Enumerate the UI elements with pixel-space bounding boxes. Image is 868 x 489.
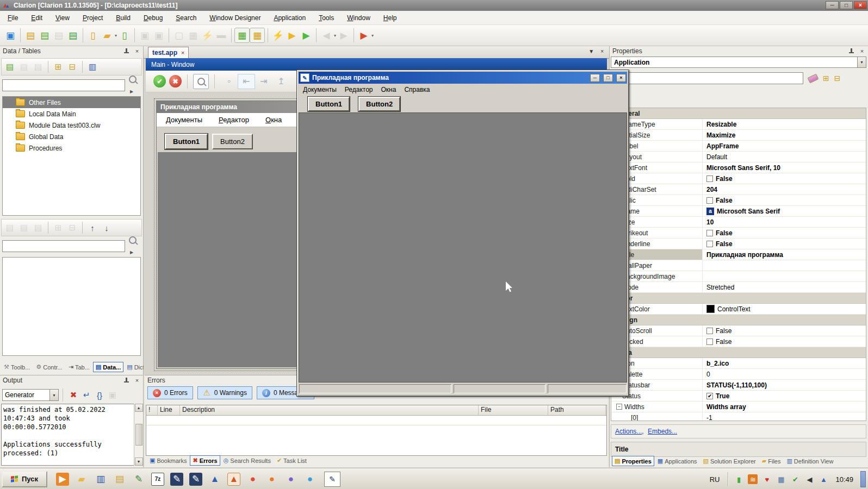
- save-all-icon[interactable]: ▣: [152, 28, 166, 42]
- close-button[interactable]: ×: [616, 74, 626, 82]
- tab-list-arrow-icon[interactable]: ▼: [588, 48, 594, 54]
- start-button[interactable]: Пуск: [2, 471, 47, 487]
- property-value[interactable]: a Resizable: [703, 119, 866, 129]
- property-row[interactable]: − WallPaper a: [611, 260, 866, 271]
- property-value[interactable]: a: [703, 260, 866, 271]
- generate-build-icon[interactable]: ▦: [250, 28, 265, 43]
- java-tray-icon[interactable]: ≋: [748, 474, 758, 484]
- menu-item[interactable]: View: [55, 14, 70, 22]
- menu-item[interactable]: Application: [274, 14, 306, 22]
- generate-all-icon[interactable]: ▦: [234, 28, 250, 43]
- dock-tab[interactable]: ⚙ Contr...: [33, 362, 65, 372]
- property-row[interactable]: − Label a AppFrame: [611, 141, 866, 152]
- clarion-pen-icon[interactable]: ✎: [170, 473, 183, 486]
- close-pane-icon[interactable]: ×: [134, 48, 140, 54]
- property-value[interactable]: a 0: [703, 369, 866, 379]
- edit-item-icon[interactable]: ▤: [17, 60, 30, 73]
- property-value[interactable]: a b_2.ico: [703, 358, 866, 368]
- app-menu-item[interactable]: Редактор: [345, 86, 373, 93]
- property-row[interactable]: − Color a: [611, 293, 866, 304]
- property-value[interactable]: a False: [703, 325, 866, 336]
- property-row[interactable]: − Size a 10: [611, 217, 866, 228]
- checkbox-icon[interactable]: [706, 197, 713, 204]
- dock-tab[interactable]: ▰ Files: [759, 456, 784, 466]
- align-top-icon[interactable]: ↥: [272, 74, 290, 89]
- property-row[interactable]: − General a: [611, 108, 866, 119]
- maximize-button[interactable]: □: [840, 1, 853, 9]
- accept-button[interactable]: ✔: [153, 75, 166, 87]
- design-button[interactable]: Button2: [212, 134, 253, 149]
- property-row[interactable]: − Mode a Stretched: [611, 282, 866, 293]
- collapse-all-icon[interactable]: ⊟: [66, 60, 79, 73]
- output-scrollbar[interactable]: ▲ ▼: [134, 404, 143, 466]
- property-value[interactable]: a -1: [703, 412, 866, 421]
- folder-icon[interactable]: ▰: [75, 473, 88, 486]
- property-value[interactable]: a False: [703, 228, 866, 238]
- stop-generate-icon[interactable]: ▬: [214, 28, 228, 42]
- nav-forward-icon[interactable]: ▶: [337, 28, 351, 42]
- dropdown-arrow-icon[interactable]: ▾: [115, 33, 117, 38]
- word-wrap-icon[interactable]: ↵: [80, 388, 93, 402]
- property-row[interactable]: − Widths a Widths array: [611, 402, 866, 412]
- edit-column-icon[interactable]: ▤: [17, 221, 30, 234]
- property-row[interactable]: − BackgroundImage a: [611, 271, 866, 282]
- tree-item[interactable]: Procedures: [3, 142, 140, 154]
- checkbox-icon[interactable]: [706, 393, 713, 399]
- design-menu-item[interactable]: Окна: [265, 116, 282, 124]
- property-row[interactable]: − Title a Прикладная программа: [611, 249, 866, 260]
- property-row[interactable]: − Layout a Default: [611, 152, 866, 162]
- property-value[interactable]: a Microsoft Sans Serif: [703, 206, 866, 216]
- dock-tab[interactable]: ▦ Applications: [655, 456, 700, 466]
- property-value[interactable]: a Default: [703, 152, 866, 162]
- move-down-icon[interactable]: ↓: [100, 221, 113, 234]
- open-file-icon[interactable]: ▰: [100, 28, 114, 42]
- checkbox-icon[interactable]: [706, 175, 713, 182]
- usb-tray-icon[interactable]: ✔: [790, 474, 800, 484]
- dock-tab[interactable]: ✔ Task List: [274, 455, 309, 466]
- property-value[interactable]: a Прикладная программа: [703, 249, 866, 260]
- close-pane-icon[interactable]: ×: [134, 377, 140, 384]
- app-task-button[interactable]: ✎: [324, 472, 340, 487]
- property-value[interactable]: a STATUS(-1,110,100): [703, 380, 866, 390]
- dock-tab[interactable]: ▥ Definition View: [784, 456, 836, 466]
- property-row[interactable]: − Name a Microsoft Sans Serif: [611, 206, 866, 217]
- search-options-arrow-icon[interactable]: ▶: [130, 89, 133, 94]
- save-app-window-icon[interactable]: ▤: [52, 28, 66, 42]
- property-row[interactable]: − Palette a 0: [611, 369, 866, 380]
- minimize-button[interactable]: ─: [826, 1, 839, 9]
- chrome-icon[interactable]: ●: [246, 473, 259, 486]
- property-link[interactable]: Embeds...: [648, 428, 677, 435]
- cancel-button[interactable]: ✖: [169, 75, 182, 87]
- resize-handles-icon[interactable]: ▫: [220, 74, 238, 89]
- checkbox-icon[interactable]: [706, 328, 713, 334]
- menu-item[interactable]: Window Designer: [209, 14, 261, 22]
- collapse-all-icon[interactable]: ⊟: [834, 74, 841, 83]
- property-value[interactable]: a False: [703, 173, 866, 184]
- property-row[interactable]: − GdiCharSet a 204: [611, 184, 866, 195]
- design-menu-item[interactable]: Документы: [166, 116, 202, 124]
- property-row[interactable]: − AutoScroll a False: [611, 325, 866, 336]
- dock-tab[interactable]: ⇥ Tab...: [66, 362, 92, 372]
- menu-item[interactable]: Debug: [144, 14, 163, 22]
- property-row[interactable]: − TextColor a ControlText: [611, 304, 866, 315]
- add-window-icon[interactable]: ▤: [3, 60, 16, 73]
- close-button[interactable]: ×: [854, 1, 867, 9]
- telegram-icon[interactable]: ●: [303, 473, 317, 486]
- align-right-icon[interactable]: ⇥: [255, 74, 272, 89]
- dock-tab[interactable]: ◎ Search Results: [221, 455, 274, 466]
- app-menu-item[interactable]: Окна: [381, 86, 396, 93]
- menu-item[interactable]: Help: [383, 14, 397, 22]
- property-link[interactable]: Actions...: [615, 428, 642, 435]
- open-application-icon[interactable]: ▣: [3, 28, 17, 42]
- clear-filter-icon[interactable]: [808, 73, 819, 83]
- antivirus-tray-icon[interactable]: ♥: [762, 474, 772, 484]
- clock[interactable]: 10:49: [833, 475, 855, 484]
- firefox-icon[interactable]: ●: [265, 473, 278, 486]
- remote-display-tray-icon[interactable]: ▦: [776, 474, 786, 484]
- pin-icon[interactable]: [124, 48, 129, 54]
- errors-column-header[interactable]: File: [479, 405, 548, 415]
- property-row[interactable]: − Italic a False: [611, 195, 866, 206]
- search-icon[interactable]: [129, 236, 137, 244]
- delete-item-icon[interactable]: ▤: [32, 60, 45, 73]
- app-button[interactable]: Button2: [358, 97, 400, 111]
